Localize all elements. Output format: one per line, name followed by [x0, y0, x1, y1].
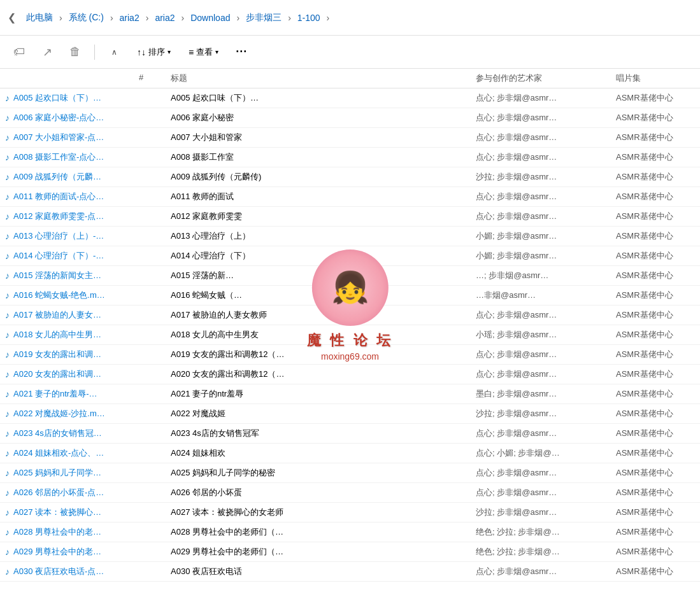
- file-album-cell: ASMR基佬中心: [611, 128, 700, 147]
- table-row[interactable]: ♪A029 男尊社会中的老…A029 男尊社会中的老师们（…绝色; 沙拉; 步非…: [0, 542, 700, 562]
- table-row[interactable]: ♪A024 姐妹相欢-点心、…A024 姐妹相欢点心; 小媚; 步非烟@…ASM…: [0, 444, 700, 463]
- music-file-icon: ♪: [5, 172, 10, 182]
- breadcrumb-item-computer[interactable]: 此电脑: [24, 11, 55, 25]
- breadcrumb-back-arrow[interactable]: ❮: [8, 11, 16, 24]
- file-num-cell: [134, 167, 166, 186]
- file-name-text: A020 女友的露出和调…: [13, 369, 101, 380]
- music-file-icon: ♪: [5, 409, 10, 419]
- breadcrumb-sep-1: ›: [109, 13, 115, 23]
- table-row[interactable]: ♪A027 读本：被挠脚心…A027 读本：被挠脚心的女老师沙拉; 步非烟@as…: [0, 503, 700, 523]
- table-row[interactable]: ♪A020 女友的露出和调…A020 女友的露出和调教12（…点心; 步非烟@a…: [0, 365, 700, 384]
- file-artist-cell: 绝色; 沙拉; 步非烟@…: [471, 523, 611, 542]
- table-row[interactable]: ♪A030 夜店狂欢电话-点…A030 夜店狂欢电话点心; 步非烟@asmr…A…: [0, 562, 700, 582]
- file-num-cell: [134, 266, 166, 285]
- view-icon: ≡: [189, 47, 194, 57]
- breadcrumb-item-aria2-1[interactable]: aria2: [117, 11, 142, 24]
- table-row[interactable]: ♪A016 蛇蝎女贼-绝色.m…A016 蛇蝎女贼（……非烟@asmr…ASMR…: [0, 286, 700, 306]
- header-num[interactable]: #: [134, 69, 166, 88]
- table-row[interactable]: ♪A013 心理治疗（上）-…A013 心理治疗（上）小媚; 步非烟@asmr……: [0, 227, 700, 246]
- file-name-cell: ♪A023 4s店的女销售冠…: [0, 424, 134, 443]
- music-file-icon: ♪: [5, 290, 10, 300]
- table-row[interactable]: ♪A009 战狐列传（元麟…A009 战狐列传（元麟传)沙拉; 步非烟@asmr…: [0, 167, 700, 187]
- file-name-text: A015 淫荡的新闻女主…: [13, 270, 101, 281]
- file-name-text: A018 女儿的高中生男…: [13, 329, 101, 341]
- file-num-cell: [134, 542, 166, 561]
- breadcrumb-bar: ❮ 此电脑 › 系统 (C:) › aria2 › aria2 › Downlo…: [0, 0, 700, 36]
- breadcrumb-sep-2: ›: [145, 13, 150, 23]
- header-name[interactable]: [0, 69, 134, 88]
- table-row[interactable]: ♪A008 摄影工作室-点心…A008 摄影工作室点心; 步非烟@asmr…AS…: [0, 148, 700, 167]
- table-row[interactable]: ♪A014 心理治疗（下）-…A014 心理治疗（下）小媚; 步非烟@asmr……: [0, 246, 700, 266]
- file-album-cell: ASMR基佬中心: [611, 306, 700, 325]
- table-row[interactable]: ♪A022 对魔战姬-沙拉.m…A022 对魔战姬沙拉; 步非烟@asmr…AS…: [0, 404, 700, 424]
- file-album-cell: ASMR基佬中心: [611, 108, 700, 127]
- file-name-cell: ♪A017 被胁迫的人妻女…: [0, 306, 134, 325]
- header-artist[interactable]: 参与创作的艺术家: [471, 69, 611, 88]
- file-album-cell: ASMR基佬中心: [611, 542, 700, 561]
- file-title-cell: A015 淫荡的新…: [166, 266, 471, 285]
- breadcrumb-item-author[interactable]: 步非烟三: [243, 11, 284, 25]
- music-file-icon: ♪: [5, 389, 10, 399]
- file-list-header: # 标题 参与创作的艺术家 唱片集: [0, 69, 700, 88]
- file-num-cell: [134, 108, 166, 127]
- file-artist-cell: 小媚; 步非烟@asmr…: [471, 227, 611, 246]
- file-name-text: A009 战狐列传（元麟…: [13, 171, 101, 183]
- file-artist-cell: 点心; 步非烟@asmr…: [471, 306, 611, 325]
- breadcrumb-item-aria2-2[interactable]: aria2: [152, 11, 177, 24]
- file-title-cell: A020 女友的露出和调教12（…: [166, 365, 471, 384]
- toolbar-delete-btn[interactable]: 🗑: [64, 41, 87, 64]
- table-row[interactable]: ♪A019 女友的露出和调…A019 女友的露出和调教12（…点心; 步非烟@a…: [0, 345, 700, 365]
- toolbar-more-btn[interactable]: ···: [230, 41, 253, 64]
- file-num-cell: [134, 286, 166, 305]
- sort-chevron-icon: ▾: [168, 48, 171, 55]
- toolbar-sort-btn[interactable]: ↑↓ 排序 ▾: [131, 43, 177, 62]
- file-name-text: A029 男尊社会中的老…: [13, 546, 101, 558]
- breadcrumb-item-download[interactable]: Download: [188, 11, 232, 24]
- table-row[interactable]: ♪A026 邻居的小坏蛋-点…A026 邻居的小坏蛋点心; 步非烟@asmr…A…: [0, 483, 700, 503]
- file-artist-cell: 点心; 步非烟@asmr…: [471, 562, 611, 581]
- file-name-text: A005 起欢口味（下）…: [13, 92, 101, 104]
- table-row[interactable]: ♪A007 大小姐和管家-点…A007 大小姐和管家点心; 步非烟@asmr…A…: [0, 128, 700, 148]
- file-artist-cell: 小媚; 步非烟@asmr…: [471, 246, 611, 265]
- file-num-cell: [134, 365, 166, 384]
- toolbar-share-btn[interactable]: ↗: [36, 41, 59, 64]
- file-num-cell: [134, 148, 166, 167]
- file-artist-cell: 点心; 小媚; 步非烟@…: [471, 444, 611, 463]
- file-name-text: A012 家庭教师雯雯-点…: [13, 211, 104, 222]
- table-row[interactable]: ♪A018 女儿的高中生男…A018 女儿的高中生男友小瑶; 步非烟@asmr……: [0, 325, 700, 345]
- table-row[interactable]: ♪A021 妻子的ntr羞辱-…A021 妻子的ntr羞辱墨白; 步非烟@asm…: [0, 384, 700, 404]
- music-file-icon: ♪: [5, 192, 10, 202]
- table-row[interactable]: ♪A005 起欢口味（下）…A005 起欢口味（下）…点心; 步非烟@asmr……: [0, 88, 700, 108]
- table-row[interactable]: ♪A006 家庭小秘密-点心…A006 家庭小秘密点心; 步非烟@asmr…AS…: [0, 108, 700, 128]
- table-row[interactable]: ♪A012 家庭教师雯雯-点…A012 家庭教师雯雯点心; 步非烟@asmr…A…: [0, 207, 700, 227]
- table-row[interactable]: ♪A015 淫荡的新闻女主…A015 淫荡的新……; 步非烟@asmr…ASMR…: [0, 266, 700, 286]
- toolbar-tag-btn[interactable]: 🏷: [8, 41, 31, 64]
- breadcrumb-sep-5: ›: [287, 13, 292, 23]
- file-artist-cell: 点心; 步非烟@asmr…: [471, 108, 611, 127]
- breadcrumb-item-drive[interactable]: 系统 (C:): [66, 11, 106, 25]
- file-name-cell: ♪A007 大小姐和管家-点…: [0, 128, 134, 147]
- file-name-cell: ♪A005 起欢口味（下）…: [0, 88, 134, 108]
- table-row[interactable]: ♪A025 妈妈和儿子同学…A025 妈妈和儿子同学的秘密点心; 步非烟@asm…: [0, 463, 700, 483]
- file-name-cell: ♪A015 淫荡的新闻女主…: [0, 266, 134, 285]
- toolbar-collapse-btn[interactable]: ∧: [103, 41, 125, 64]
- file-title-cell: A025 妈妈和儿子同学的秘密: [166, 463, 471, 482]
- file-num-cell: [134, 523, 166, 542]
- sort-icon: ↑↓: [137, 47, 146, 57]
- table-row[interactable]: ♪A023 4s店的女销售冠…A023 4s店的女销售冠军点心; 步非烟@asm…: [0, 424, 700, 444]
- breadcrumb-sep-0: ›: [58, 13, 64, 23]
- file-artist-cell: 点心; 步非烟@asmr…: [471, 345, 611, 364]
- breadcrumb-sep-3: ›: [180, 13, 186, 23]
- file-name-text: A019 女友的露出和调…: [13, 349, 101, 360]
- file-artist-cell: 点心; 步非烟@asmr…: [471, 88, 611, 108]
- table-row[interactable]: ♪A011 教师的面试-点心…A011 教师的面试点心; 步非烟@asmr…AS…: [0, 187, 700, 207]
- music-file-icon: ♪: [5, 527, 10, 537]
- header-album[interactable]: 唱片集: [611, 69, 700, 88]
- breadcrumb-item-range[interactable]: 1-100: [295, 11, 323, 24]
- file-num-cell: [134, 246, 166, 265]
- table-row[interactable]: ♪A028 男尊社会中的老…A028 男尊社会中的老师们（…绝色; 沙拉; 步非…: [0, 523, 700, 542]
- table-row[interactable]: ♪A017 被胁迫的人妻女…A017 被胁迫的人妻女教师点心; 步非烟@asmr…: [0, 306, 700, 325]
- breadcrumb-sep-6: ›: [325, 13, 331, 23]
- header-title[interactable]: 标题: [166, 69, 471, 88]
- toolbar-view-btn[interactable]: ≡ 查看 ▾: [182, 43, 225, 62]
